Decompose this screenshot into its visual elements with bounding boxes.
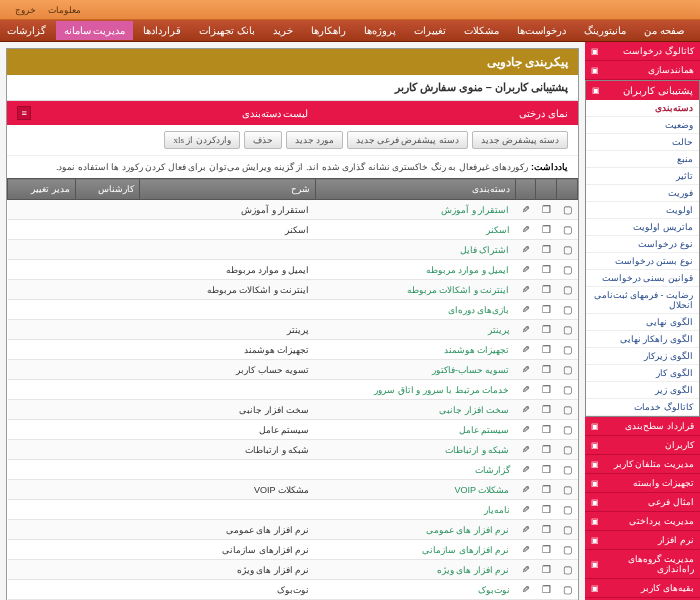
checkbox[interactable] <box>557 480 578 500</box>
copy-icon[interactable] <box>536 560 557 580</box>
category-link[interactable]: تسویه حساب-فاکتور <box>432 365 510 375</box>
sidebar-link[interactable]: فوریت <box>586 185 699 202</box>
copy-icon[interactable] <box>536 400 557 420</box>
copy-icon[interactable] <box>536 520 557 540</box>
copy-icon[interactable] <box>536 240 557 260</box>
nav-item[interactable]: تغییرات <box>406 21 454 40</box>
sidebar-link[interactable]: الگوی نهایی <box>586 314 699 331</box>
sidebar-link[interactable]: ماتریس اولویت <box>586 219 699 236</box>
panel-tree-view[interactable]: نمای درختی <box>519 108 568 119</box>
checkbox[interactable] <box>557 420 578 440</box>
copy-icon[interactable] <box>536 440 557 460</box>
sidebar-link[interactable]: وضعیت <box>586 117 699 134</box>
nav-item[interactable]: بانک تجهیزات <box>191 21 263 40</box>
sidebar-link[interactable]: نوع درخواست <box>586 236 699 253</box>
checkbox[interactable] <box>557 460 578 480</box>
checkbox[interactable] <box>557 220 578 240</box>
checkbox[interactable] <box>557 240 578 260</box>
copy-icon[interactable] <box>536 480 557 500</box>
copy-icon[interactable] <box>536 540 557 560</box>
edit-icon[interactable] <box>516 480 536 500</box>
copy-icon[interactable] <box>536 280 557 300</box>
nav-item[interactable]: مدیریت سامانه <box>56 21 134 40</box>
category-link[interactable]: مشکلات VOIP <box>454 485 509 495</box>
sidebar-section[interactable]: کاربران▣ <box>585 436 700 455</box>
sidebar-link[interactable]: الگوی زیر <box>586 382 699 399</box>
checkbox[interactable] <box>557 520 578 540</box>
copy-icon[interactable] <box>536 360 557 380</box>
nav-item[interactable]: مانیتورینگ <box>576 21 634 40</box>
edit-icon[interactable] <box>516 240 536 260</box>
checkbox[interactable] <box>557 400 578 420</box>
edit-icon[interactable] <box>516 200 536 220</box>
sidebar-support-head[interactable]: پشتیبانی کاربران ▣ <box>586 81 699 100</box>
sidebar-link[interactable]: الگوی کار <box>586 365 699 382</box>
nav-item[interactable]: مشکلات <box>456 21 507 40</box>
copy-icon[interactable] <box>536 380 557 400</box>
sidebar-link[interactable]: الگوی راهکار نهایی <box>586 331 699 348</box>
checkbox[interactable] <box>557 320 578 340</box>
category-link[interactable]: اسکنر <box>486 225 510 235</box>
edit-icon[interactable] <box>516 320 536 340</box>
sidebar-section[interactable]: مدیریت گروه‌های راه‌اندازی▣ <box>585 550 700 579</box>
category-link[interactable]: شبکه و ارتباطات <box>445 445 509 455</box>
checkbox[interactable] <box>557 560 578 580</box>
copy-icon[interactable] <box>536 220 557 240</box>
sidebar-link[interactable]: قوانین بسنی درخواست <box>586 270 699 287</box>
sidebar-link[interactable]: کاتالوگ خدمات <box>586 399 699 416</box>
category-link[interactable]: پرینتر <box>488 325 510 335</box>
nav-item[interactable]: خرید <box>265 21 301 40</box>
edit-icon[interactable] <box>516 300 536 320</box>
checkbox[interactable] <box>557 580 578 600</box>
sidebar-link[interactable]: اولویت <box>586 202 699 219</box>
copy-icon[interactable] <box>536 200 557 220</box>
topbar-exit[interactable]: خروج <box>15 5 36 15</box>
topbar-info[interactable]: معلومات <box>48 5 81 15</box>
sidebar-link[interactable]: تاثیر <box>586 168 699 185</box>
category-link[interactable]: استقرار و آموزش <box>441 205 509 215</box>
category-link[interactable]: سخت افزار جانبی <box>439 405 509 415</box>
edit-icon[interactable] <box>516 280 536 300</box>
copy-icon[interactable] <box>536 300 557 320</box>
edit-icon[interactable] <box>516 380 536 400</box>
checkbox[interactable] <box>557 380 578 400</box>
category-link[interactable]: نوت‌بوک <box>478 585 510 595</box>
sidebar-link[interactable]: رضایت - فرمهای ثبت‌نامی انحلال <box>586 287 699 314</box>
edit-icon[interactable] <box>516 540 536 560</box>
sidebar-link[interactable]: منبع <box>586 151 699 168</box>
edit-icon[interactable] <box>516 500 536 520</box>
copy-icon[interactable] <box>536 460 557 480</box>
copy-icon[interactable] <box>536 420 557 440</box>
collapse-icon[interactable]: ≡ <box>17 106 31 120</box>
toolbar-button[interactable]: دسته پیشفرض جدید <box>472 131 569 149</box>
header-catalog[interactable]: کاتالوگ درخواست▣ <box>585 42 700 61</box>
category-link[interactable]: خدمات مرتبط با سرور و اتاق سرور <box>374 385 509 395</box>
edit-icon[interactable] <box>516 580 536 600</box>
checkbox[interactable] <box>557 200 578 220</box>
edit-icon[interactable] <box>516 420 536 440</box>
copy-icon[interactable] <box>536 500 557 520</box>
copy-icon[interactable] <box>536 260 557 280</box>
edit-icon[interactable] <box>516 400 536 420</box>
checkbox[interactable] <box>557 260 578 280</box>
edit-icon[interactable] <box>516 360 536 380</box>
category-link[interactable]: تجهیزات هوشمند <box>444 345 510 355</box>
category-link[interactable]: سیستم عامل <box>459 425 510 435</box>
copy-icon[interactable] <box>536 580 557 600</box>
sidebar-section[interactable]: بقیه‌های کاربر▣ <box>585 579 700 598</box>
sidebar-link[interactable]: حالت <box>586 134 699 151</box>
edit-icon[interactable] <box>516 340 536 360</box>
category-link[interactable]: بازی‌های دوره‌ای <box>448 305 510 315</box>
category-link[interactable]: اشتراک فایل <box>460 245 510 255</box>
nav-item[interactable]: قراردادها <box>135 21 189 40</box>
checkbox[interactable] <box>557 280 578 300</box>
category-link[interactable]: گزارشات <box>475 465 510 475</box>
category-link[interactable]: اینترنت و اشکالات مربوطه <box>407 285 510 295</box>
edit-icon[interactable] <box>516 260 536 280</box>
toolbar-button[interactable]: مورد جدید <box>286 131 343 149</box>
edit-icon[interactable] <box>516 440 536 460</box>
checkbox[interactable] <box>557 340 578 360</box>
nav-item[interactable]: درخواست‌ها <box>509 21 574 40</box>
sidebar-section[interactable]: مدیریت پرداختی▣ <box>585 512 700 531</box>
sidebar-section[interactable]: نرم افزار▣ <box>585 531 700 550</box>
